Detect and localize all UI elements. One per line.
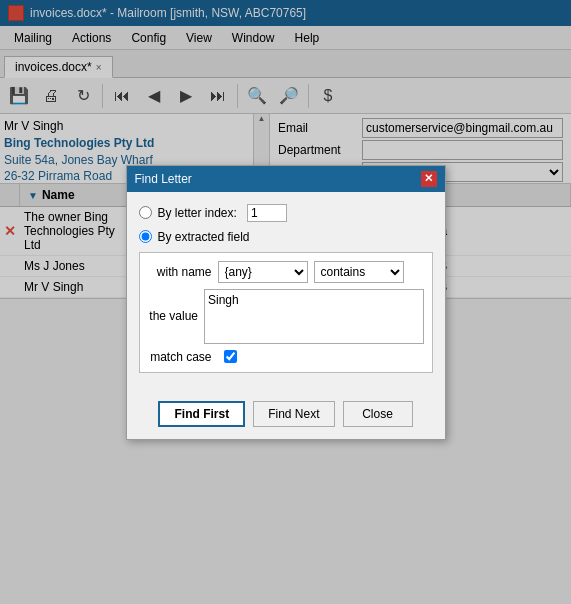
the-value-label: the value	[148, 309, 205, 323]
dialog-title-bar: Find Letter ✕	[127, 166, 445, 192]
find-letter-dialog: Find Letter ✕ By letter index: By extrac…	[126, 165, 446, 440]
close-button[interactable]: Close	[343, 401, 413, 427]
with-name-select[interactable]: {any} name company address	[218, 261, 308, 283]
dialog-close-button[interactable]: ✕	[421, 171, 437, 187]
contains-select[interactable]: contains equals starts with ends with	[314, 261, 404, 283]
dialog-body: By letter index: By extracted field with…	[127, 192, 445, 393]
by-field-radio[interactable]	[139, 230, 152, 243]
by-field-label: By extracted field	[158, 230, 250, 244]
by-index-row: By letter index:	[139, 204, 433, 222]
with-name-row: with name {any} name company address con…	[148, 261, 424, 283]
match-case-label: match case	[148, 350, 218, 364]
by-index-label: By letter index:	[158, 206, 237, 220]
dialog-footer: Find First Find Next Close	[127, 393, 445, 439]
dialog-title: Find Letter	[135, 172, 192, 186]
the-value-textarea[interactable]: Singh	[204, 289, 424, 344]
find-first-button[interactable]: Find First	[158, 401, 245, 427]
find-next-button[interactable]: Find Next	[253, 401, 334, 427]
match-case-row: match case	[148, 350, 424, 364]
by-field-row: By extracted field	[139, 230, 433, 244]
index-input[interactable]	[247, 204, 287, 222]
the-value-row: the value Singh	[148, 289, 424, 344]
match-case-checkbox[interactable]	[224, 350, 237, 363]
modal-overlay: Find Letter ✕ By letter index: By extrac…	[0, 0, 571, 604]
field-section: with name {any} name company address con…	[139, 252, 433, 373]
with-name-label: with name	[148, 265, 218, 279]
by-index-radio[interactable]	[139, 206, 152, 219]
